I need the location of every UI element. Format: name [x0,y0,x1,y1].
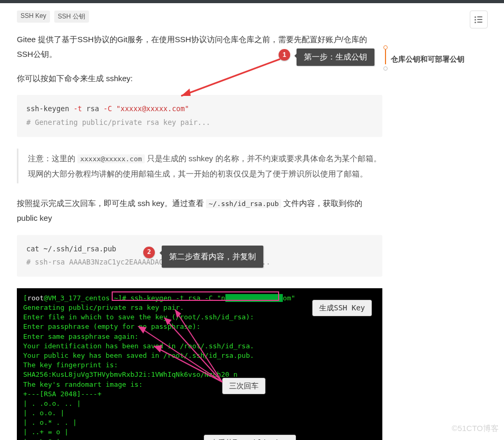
code-block-keygen: ssh-keygen -t rsa -C "xxxxx@xxxxx.com" #… [17,95,382,136]
term-label-gen: 生成SSH Key [312,300,372,317]
tag-ssh-pub[interactable]: SSH 公钥 [54,11,89,23]
code-text: rsa [82,104,104,113]
gen-text: 你可以按如下命令来生成 sshkey: [17,71,382,86]
term-line: The key's randomart image is: [23,380,376,389]
code-flag: -C [103,104,112,113]
code-cmd: ssh-keygen [26,104,73,113]
toc-list: 仓库公钥和可部署公钥 [389,55,494,64]
tag-list: SSH Key SSH 公钥 [17,11,382,23]
after-text-seg: 按照提示完成三次回车，即可生成 ssh key。通过查看 [17,199,206,208]
note-block: 注意：这里的 xxxxx@xxxxx.com 只是生成的 sshkey 的名称，… [17,149,382,184]
toc-rail [383,47,390,69]
term-cmd1: ssh-keygen -t rsa -C "n [131,294,225,302]
toc-item[interactable]: 仓库公钥和可部署公钥 [391,55,494,64]
note-text: 现网的大部分教程均讲解的使用邮箱生成，其一开始的初衷仅仅是为了便于辨识所以使用了… [28,166,382,181]
code-string: "xxxxx@xxxxx.com" [116,104,189,113]
term-label-view: 查看获取 public key [204,435,296,440]
list-icon [475,16,482,23]
term-redact: xxxxxxxxxxxxxx [225,294,283,302]
code-comment: # Generating public/private rsa key pair… [26,116,373,130]
page: SSH Key SSH 公钥 Gitee 提供了基于SSH协议的Git服务，在使… [0,3,504,440]
code-block-cat: cat ~/.ssh/id_rsa.pub # ssh-rsa AAAAB3Nz… [17,235,382,277]
tag-ssh-key[interactable]: SSH Key [17,11,50,23]
callout-step2: 第二步查看内容，并复制 [162,246,263,268]
term-line: Enter same passphrase again: [23,332,376,341]
term-art: | o.% S | [23,437,376,440]
term-line: Your public key has been saved in /root/… [23,351,376,360]
note-text: 只是生成的 sshkey 的名称，并不约束或要求具体命名为某个邮箱。 [145,154,381,163]
toc-toggle-button[interactable] [470,11,488,28]
terminal-screenshot: [root@VM_3_177_centos ~]# ssh-keygen -t … [17,288,382,440]
term-line: Your identification has been saved in /r… [23,341,376,351]
main-content: SSH Key SSH 公钥 Gitee 提供了基于SSH协议的Git服务，在使… [17,11,382,440]
term-line: Enter passphrase (empty for no passphras… [23,322,376,331]
term-line: The key fingerprint is: [23,360,376,370]
term-line: SHA256:KusL8juVg3THVybmvRxbJ2i:1VWhIqNk6… [23,370,376,379]
after-text: 按照提示完成三次回车，即可生成 ssh key。通过查看 ~/.ssh/id_r… [17,196,382,226]
callout-step1: 第一步：生成公钥 [297,48,374,66]
note-code: xxxxx@xxxxx.com [77,154,144,163]
term-label-enter3: 三次回车 [222,378,265,395]
term-art: | . .o.o. .. | [23,399,376,408]
code-flag: -t [73,104,82,113]
term-host: VM_3_177_centos [48,294,110,302]
note-text: 注意：这里的 [28,154,77,163]
term-art: | . o.o. | [23,408,376,418]
sidebar: 仓库公钥和可部署公钥 [389,11,494,440]
badge-2: 2 [143,247,155,258]
term-art: | . o.* . . | [23,418,376,427]
term-cmd1-tail: om" [283,294,295,302]
term-art: +---[RSA 2048]----+ [23,389,376,399]
badge-1: 1 [279,49,290,61]
term-art: | ..+ = o | [23,427,376,437]
code-text [112,104,116,113]
after-code: ~/.ssh/id_rsa.pub [206,199,281,208]
term-user: root [27,294,44,302]
